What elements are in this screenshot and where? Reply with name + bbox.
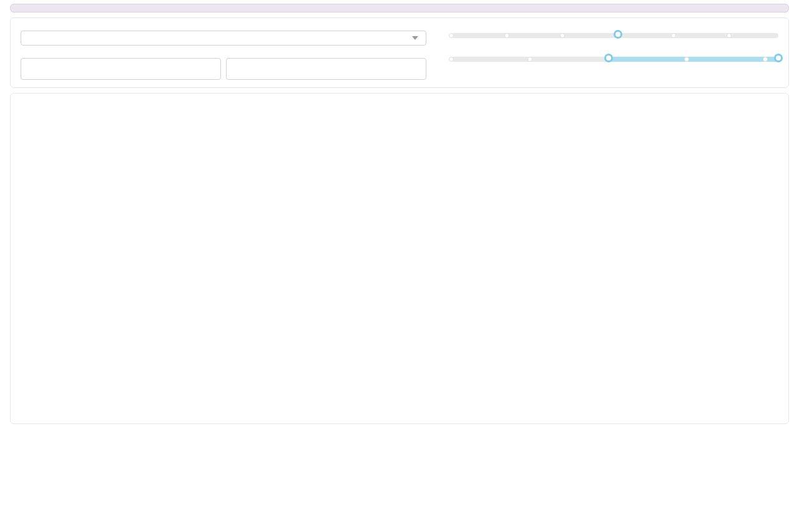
T-tick-row [451,64,778,74]
cv-tick-row [451,41,778,51]
consolidation-chart[interactable] [451,102,799,416]
drainage-select[interactable] [21,31,426,46]
chevron-down-icon [412,36,418,40]
T-slider[interactable] [451,57,778,62]
cv-slider[interactable] [451,33,778,38]
u0-input[interactable] [226,58,426,80]
height-input[interactable] [21,58,221,80]
page-banner [10,4,789,12]
isochrone-chart[interactable] [21,102,445,416]
controls-card [10,17,789,88]
charts-card [10,93,789,424]
